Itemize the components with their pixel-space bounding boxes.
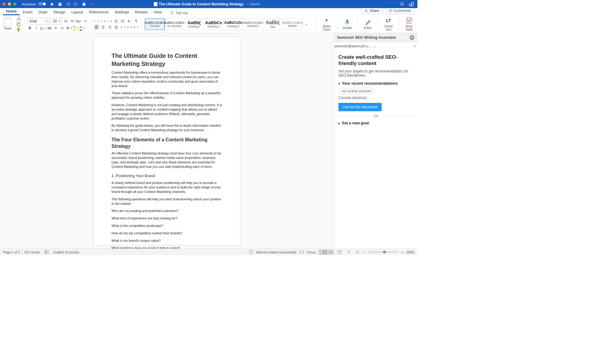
decrease-indent-icon[interactable]: [114, 19, 119, 24]
tab-design[interactable]: Design: [50, 9, 68, 15]
redo-icon[interactable]: [74, 2, 78, 6]
style-heading-4[interactable]: AaBbCcDdEeHeading 4: [243, 18, 263, 30]
search-icon[interactable]: [400, 2, 404, 6]
menu-icon[interactable]: ≡: [414, 44, 416, 48]
line-spacing-icon[interactable]: [120, 25, 125, 30]
bullets-icon[interactable]: [94, 19, 99, 24]
word-count[interactable]: 621 words: [24, 250, 40, 254]
show-marks-icon[interactable]: ¶: [134, 19, 138, 24]
focus-label[interactable]: Focus: [307, 250, 316, 254]
tab-mailings[interactable]: Mailings: [112, 9, 132, 15]
shading-icon[interactable]: [127, 25, 132, 30]
highlight-icon[interactable]: ✎: [73, 26, 78, 30]
outline-view-icon[interactable]: [346, 250, 352, 255]
align-left-icon[interactable]: [94, 25, 99, 30]
close-pane-icon[interactable]: ✕: [410, 35, 414, 40]
font-size-select[interactable]: 20: [51, 18, 62, 24]
change-case-icon[interactable]: Aa: [77, 19, 81, 24]
home-icon[interactable]: [50, 2, 54, 6]
zoom-out-icon[interactable]: −: [363, 250, 365, 254]
doc-h1: The Ultimate Guide to Content Marketing …: [112, 52, 222, 68]
sort-icon[interactable]: A↓: [127, 19, 132, 24]
tab-home[interactable]: Home: [3, 8, 20, 15]
shrink-font-icon[interactable]: A▾: [70, 19, 75, 24]
style-title[interactable]: AaBb(Title: [263, 18, 283, 30]
cut-icon[interactable]: [16, 16, 21, 21]
strikethrough-button[interactable]: ab: [47, 26, 52, 30]
share-button[interactable]: Share: [361, 7, 383, 14]
numbering-icon[interactable]: 123: [101, 19, 106, 24]
style-normal[interactable]: AaBbCcDdEeNormal: [145, 18, 165, 30]
addins-icon[interactable]: [249, 250, 253, 254]
comments-button[interactable]: Comments: [386, 7, 414, 14]
draft-view-icon[interactable]: [354, 250, 360, 255]
print-icon[interactable]: [82, 2, 86, 6]
align-center-icon[interactable]: [101, 25, 106, 30]
style-heading-3[interactable]: AaBbCcDcHeading 3: [224, 18, 243, 30]
close-window-button[interactable]: [2, 2, 6, 6]
document-canvas[interactable]: The Ultimate Guide to Content Marketing …: [0, 33, 334, 249]
language-indicator[interactable]: English (Czechia): [53, 250, 79, 254]
text-effects-icon[interactable]: A: [67, 26, 72, 30]
tab-layout[interactable]: Layout: [68, 9, 86, 15]
tell-me-search[interactable]: Tell me: [170, 11, 188, 15]
zoom-slider[interactable]: [368, 252, 398, 253]
style-subtitle[interactable]: AaBbCcDdEeSubtitle: [283, 18, 302, 30]
zoom-level[interactable]: 100%: [406, 250, 414, 254]
autosave-toggle[interactable]: AutoSave ON: [22, 2, 46, 6]
tab-draw[interactable]: Draw: [35, 9, 50, 15]
editor-button[interactable]: Editor: [361, 17, 374, 31]
more-icon[interactable]: ⋯: [90, 2, 94, 7]
styles-pane-button[interactable]: Styles Pane: [320, 17, 333, 31]
italic-button[interactable]: I: [34, 26, 39, 30]
style-no-spacing[interactable]: AaBbCcDdEeNo Spacing: [165, 18, 184, 30]
zoom-window-button[interactable]: [13, 2, 16, 6]
focus-icon[interactable]: [300, 250, 304, 254]
undo-icon[interactable]: [66, 2, 70, 6]
tab-insert[interactable]: Insert: [20, 9, 35, 15]
show-swa-button[interactable]: Show SWA: [403, 17, 416, 31]
web-layout-view-icon[interactable]: [337, 250, 343, 255]
account-dropdown[interactable]: semrush@semrush.c…⌄ ≡: [334, 42, 417, 50]
zoom-in-icon[interactable]: +: [401, 250, 403, 254]
minimize-window-button[interactable]: [8, 2, 11, 6]
tab-review[interactable]: Review: [132, 9, 151, 15]
document-page[interactable]: The Ultimate Guide to Content Marketing …: [93, 37, 241, 245]
clear-format-icon[interactable]: A: [83, 19, 88, 24]
spellcheck-icon[interactable]: [44, 250, 49, 254]
paste-button[interactable]: Paste: [2, 18, 14, 30]
page-indicator[interactable]: Page 1 of 2: [3, 250, 20, 254]
superscript-button[interactable]: x2: [60, 26, 65, 30]
chevron-down-icon[interactable]: ⌄: [261, 3, 264, 6]
autosave-switch[interactable]: ON: [38, 2, 46, 6]
font-name-select[interactable]: Arial: [27, 18, 49, 24]
style-heading-2[interactable]: AaBbCcHeading 2: [204, 18, 224, 30]
font-color-icon[interactable]: A: [80, 26, 85, 30]
doc-paragraph: By following the guide below, you will h…: [112, 123, 222, 132]
styles-more-icon[interactable]: ▸: [304, 22, 309, 27]
grow-font-icon[interactable]: A▴: [64, 19, 68, 24]
set-new-goal-accordion[interactable]: Set a new goal: [338, 121, 413, 125]
dictate-button[interactable]: Dictate: [341, 17, 354, 31]
underline-button[interactable]: U: [41, 26, 45, 30]
print-layout-view-icon[interactable]: [319, 250, 334, 255]
use-for-document-button[interactable]: Use for this document: [338, 103, 382, 111]
justify-icon[interactable]: [114, 25, 119, 30]
tab-references[interactable]: References: [86, 9, 112, 15]
multilevel-list-icon[interactable]: [107, 19, 112, 24]
keyword-chip[interactable]: seo writing assistant: [338, 88, 374, 94]
save-icon[interactable]: [58, 2, 62, 6]
ribbon-display-icon[interactable]: [409, 2, 414, 6]
svg-rect-16: [250, 251, 253, 254]
tab-view[interactable]: View: [151, 9, 165, 15]
format-painter-icon[interactable]: [16, 28, 21, 32]
bold-button[interactable]: B: [27, 26, 32, 30]
subscript-button[interactable]: x2: [54, 26, 58, 30]
increase-indent-icon[interactable]: [120, 19, 125, 24]
recent-recommendations-accordion[interactable]: Your recent recommendations: [338, 81, 413, 86]
check-text-button[interactable]: LTCheck Text: [382, 17, 395, 31]
align-right-icon[interactable]: [107, 25, 112, 30]
style-heading-1[interactable]: AaBb(Heading 1: [184, 18, 204, 30]
borders-icon[interactable]: [134, 25, 138, 30]
copy-icon[interactable]: [16, 22, 21, 27]
